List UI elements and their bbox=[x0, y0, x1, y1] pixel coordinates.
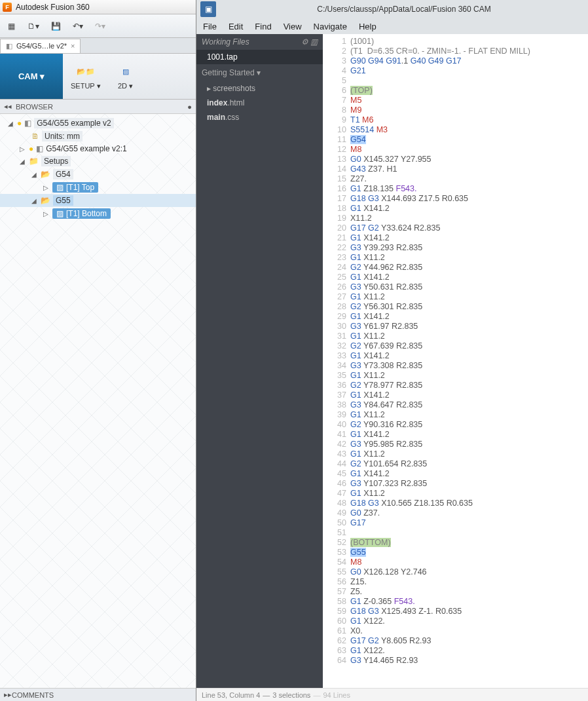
tree-child[interactable]: ▷ ● ◧ G54/G55 example v2:1 bbox=[0, 143, 196, 155]
close-icon[interactable]: × bbox=[71, 42, 75, 50]
undo-icon[interactable]: ↶▾ bbox=[72, 20, 84, 32]
tree-root-label: G54/G55 example v2 bbox=[34, 118, 113, 128]
chevron-right-icon[interactable]: ▸▸ bbox=[4, 691, 12, 699]
doc-icon: ◧ bbox=[6, 42, 12, 50]
line-gutter: 1 2 3 4 5 6 7 8 9 10 11 12 13 14 15 16 1… bbox=[323, 34, 350, 688]
tree-g55[interactable]: ◢ 📂 G55 bbox=[0, 194, 196, 207]
working-files-label: Working Files bbox=[202, 37, 249, 47]
bulb-icon[interactable]: ● bbox=[29, 144, 33, 153]
tree-units-label: Units: mm bbox=[42, 131, 83, 142]
hatching-icon: ▨ bbox=[117, 62, 135, 81]
tree-child-label: G54/G55 example v2:1 bbox=[46, 144, 126, 153]
operation-icon: ▨ bbox=[56, 183, 64, 192]
tree-setups[interactable]: ◢ 📁 Setups bbox=[0, 155, 196, 168]
tree-t1-bottom[interactable]: ▷ ▨ [T1] Bottom bbox=[0, 207, 196, 220]
comments-bar[interactable]: ▸▸ COMMENTS bbox=[0, 688, 196, 701]
menu-edit[interactable]: Edit bbox=[229, 22, 243, 31]
grid-icon[interactable]: ▦ bbox=[5, 20, 17, 32]
working-files-header[interactable]: Working Files ⚙ ▥ bbox=[196, 34, 323, 50]
gear-icon[interactable]: ⚙ bbox=[301, 37, 308, 47]
tree-units[interactable]: 🗎 Units: mm bbox=[0, 130, 196, 143]
browser-header[interactable]: ◂◂ BROWSER ● bbox=[0, 100, 196, 114]
caret-down-icon[interactable]: ◢ bbox=[31, 197, 38, 204]
tree-g54-label: G54 bbox=[53, 169, 73, 180]
fusion-qat: ▦ 🗋▾ 💾 ↶▾ ↷▾ bbox=[0, 14, 196, 38]
caret-down-icon[interactable]: ◢ bbox=[20, 158, 26, 165]
ribbon-2d-label: 2D ▾ bbox=[118, 82, 133, 90]
tree-root[interactable]: ◢ ● ◧ G54/G55 example v2 bbox=[0, 117, 196, 130]
comments-label: COMMENTS bbox=[12, 691, 54, 699]
save-icon[interactable]: 💾 bbox=[50, 20, 62, 32]
ribbon-setup[interactable]: 📂📁 SETUP ▾ bbox=[63, 54, 109, 99]
editor-statusbar: Line 53, Column 4 — 3 selections — 94 Li… bbox=[196, 688, 588, 701]
tree-g55-label: G55 bbox=[53, 195, 73, 206]
caret-right-icon[interactable]: ▷ bbox=[20, 145, 26, 153]
code-editor[interactable]: 1 2 3 4 5 6 7 8 9 10 11 12 13 14 15 16 1… bbox=[323, 34, 588, 688]
caret-down-icon[interactable]: ◢ bbox=[8, 120, 14, 127]
file-icon[interactable]: 🗋▾ bbox=[28, 20, 39, 32]
operation-icon: ▨ bbox=[56, 209, 64, 218]
tree-t1-top[interactable]: ▷ ▨ [T1] Top bbox=[0, 181, 196, 194]
collapse-icon[interactable]: ◂◂ bbox=[4, 102, 12, 111]
caret-down-icon[interactable]: ◢ bbox=[31, 171, 38, 178]
code-content[interactable]: (1001) (T1 D=6.35 CR=0. - ZMIN=-1. - FLA… bbox=[350, 34, 588, 688]
doc-icon: 🗎 bbox=[31, 132, 39, 141]
sidebar-file-main[interactable]: main.css bbox=[196, 110, 323, 124]
editor-titlebar: ▣ C:/Users/claussp/AppData/Local/Fusion … bbox=[196, 0, 588, 18]
browser-label: BROWSER bbox=[16, 103, 53, 111]
menu-view[interactable]: View bbox=[284, 22, 302, 31]
dot-icon[interactable]: ● bbox=[187, 103, 192, 111]
caret-right-icon[interactable]: ▷ bbox=[43, 210, 50, 218]
folder-icon: 📁 bbox=[29, 157, 39, 166]
menu-find[interactable]: Find bbox=[255, 22, 271, 31]
component-icon: ◧ bbox=[36, 144, 43, 153]
sidebar-file-index[interactable]: index.html bbox=[196, 96, 323, 110]
editor-logo-icon: ▣ bbox=[200, 1, 216, 17]
caret-right-icon[interactable]: ▷ bbox=[43, 184, 50, 191]
editor-menubar: File Edit Find View Navigate Help bbox=[196, 18, 588, 34]
sidebar-folder[interactable]: ▸ screenshots bbox=[196, 81, 323, 96]
redo-icon[interactable]: ↷▾ bbox=[94, 20, 106, 32]
ribbon-2d[interactable]: ▨ 2D ▾ bbox=[109, 54, 143, 99]
fusion-title: Autodesk Fusion 360 bbox=[16, 3, 90, 12]
menu-navigate[interactable]: Navigate bbox=[314, 22, 347, 31]
tree-t1-bottom-label: [T1] Bottom bbox=[66, 209, 107, 218]
status-selections: 3 selections bbox=[272, 691, 310, 699]
menu-file[interactable]: File bbox=[203, 22, 217, 31]
folder-icon: 📂 bbox=[41, 170, 50, 179]
tree-g54[interactable]: ◢ 📂 G54 bbox=[0, 168, 196, 181]
status-location[interactable]: Line 53, Column 4 bbox=[202, 691, 260, 699]
split-icon[interactable]: ▥ bbox=[310, 37, 318, 47]
doc-tab-label: G54/G5…le v2* bbox=[16, 42, 67, 50]
browser-tree: ◢ ● ◧ G54/G55 example v2 🗎 Units: mm ▷ ●… bbox=[0, 114, 196, 688]
working-file-active[interactable]: 1001.tap bbox=[196, 50, 323, 64]
menu-help[interactable]: Help bbox=[359, 22, 377, 31]
setup-folder-icon: 📂📁 bbox=[77, 62, 95, 81]
doc-tab-bar: ◧ G54/G5…le v2* × bbox=[0, 38, 196, 54]
editor-sidebar: Working Files ⚙ ▥ 1001.tap Getting Start… bbox=[196, 34, 323, 688]
ribbon: CAM ▾ 📂📁 SETUP ▾ ▨ 2D ▾ bbox=[0, 54, 196, 100]
fusion-titlebar: F Autodesk Fusion 360 bbox=[0, 0, 196, 14]
workspace-switcher[interactable]: CAM ▾ bbox=[0, 54, 63, 99]
component-icon: ◧ bbox=[24, 119, 31, 128]
tree-setups-label: Setups bbox=[41, 156, 71, 166]
bulb-icon[interactable]: ● bbox=[17, 119, 22, 128]
tree-t1-top-label: [T1] Top bbox=[66, 183, 94, 192]
fusion-logo-icon: F bbox=[3, 3, 12, 12]
doc-tab[interactable]: ◧ G54/G5…le v2* × bbox=[0, 39, 81, 53]
getting-started[interactable]: Getting Started ▾ bbox=[196, 64, 323, 81]
status-lines: 94 Lines bbox=[323, 691, 350, 699]
ribbon-setup-label: SETUP ▾ bbox=[71, 82, 101, 90]
folder-icon: 📂 bbox=[41, 196, 50, 205]
editor-path: C:/Users/claussp/AppData/Local/Fusion 36… bbox=[220, 5, 588, 14]
